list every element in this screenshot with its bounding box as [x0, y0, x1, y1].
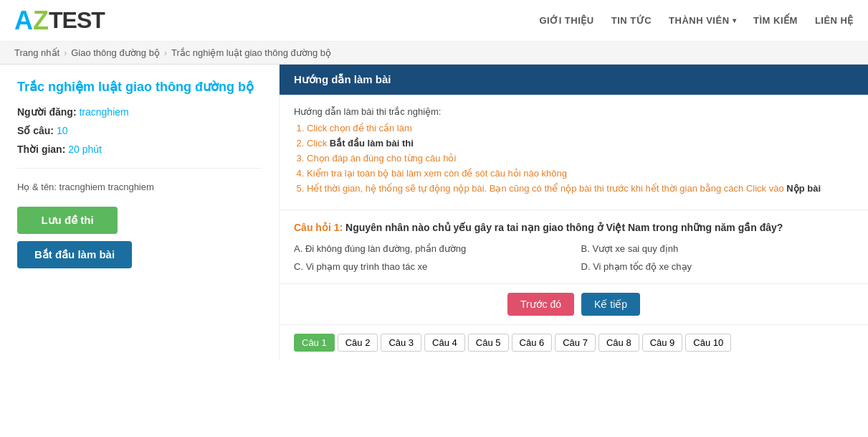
- question-nav-btn-8[interactable]: Câu 8: [598, 334, 639, 352]
- prev-button[interactable]: Trước đó: [507, 293, 574, 316]
- logo-z: Z: [33, 6, 49, 35]
- bat-dau-lam-bai-button[interactable]: Bắt đầu làm bài: [17, 241, 132, 268]
- header: AZ TEST GIỚI THIỆU TIN TỨC THÀNH VIÊN ▾ …: [0, 0, 868, 42]
- question-nav-btn-5[interactable]: Câu 5: [468, 334, 509, 352]
- nguoi-dang-value: tracnghiem: [79, 106, 128, 118]
- guide-step-5: Hết thời gian, hệ thống sẽ tự động nộp b…: [307, 183, 854, 194]
- nav-item-gioi-thieu[interactable]: GIỚI THIỆU: [539, 15, 593, 26]
- question-nav-btn-4[interactable]: Câu 4: [424, 334, 465, 352]
- option-c-text: Vi phạm quy trình thao tác xe: [306, 261, 428, 272]
- question-title: Câu hỏi 1: Nguyên nhân nào chủ yếu gây r…: [294, 222, 854, 233]
- nav-item-tin-tuc[interactable]: TIN TỨC: [611, 15, 652, 26]
- left-panel: Trắc nghiệm luật giao thông đường bộ Ngư…: [0, 65, 280, 360]
- question-nav-btn-1[interactable]: Câu 1: [294, 334, 335, 352]
- breadcrumb-giao-thong[interactable]: Giao thông đường bộ: [71, 47, 160, 58]
- so-cau-row: Số câu: 10: [17, 125, 262, 136]
- guide-step-4: Kiểm tra lại toàn bộ bài làm xem còn đề …: [307, 168, 854, 179]
- question-nav-btn-7[interactable]: Câu 7: [555, 334, 596, 352]
- thoi-gian-label: Thời gian:: [17, 144, 65, 155]
- option-a-key: A.: [294, 243, 305, 254]
- logo[interactable]: AZ TEST: [14, 7, 105, 34]
- question-nav-btn-2[interactable]: Câu 2: [338, 334, 378, 352]
- question-area: Câu hỏi 1: Nguyên nhân nào chủ yếu gây r…: [280, 210, 868, 284]
- option-d[interactable]: D. Vi phạm tốc độ xe chạy: [581, 261, 854, 272]
- logo-a: A: [14, 6, 33, 35]
- main-content: Trắc nghiệm luật giao thông đường bộ Ngư…: [0, 65, 868, 360]
- question-nav: Câu 1Câu 2Câu 3Câu 4Câu 5Câu 6Câu 7Câu 8…: [280, 325, 868, 360]
- guide-intro: Hướng dẫn làm bài thi trắc nghiệm:: [294, 106, 854, 117]
- option-b-key: B.: [581, 243, 593, 254]
- options-grid: A. Đi không đúng làn đường, phần đường B…: [294, 243, 854, 272]
- nav-item-tim-kiem[interactable]: TÌM KIẾM: [753, 15, 798, 26]
- next-button[interactable]: Kế tiếp: [581, 293, 640, 316]
- so-cau-label: Số câu:: [17, 125, 54, 136]
- logo-test: TEST: [49, 7, 105, 34]
- guide-title: Hướng dẫn làm bài: [280, 65, 868, 95]
- guide-content: Hướng dẫn làm bài thi trắc nghiệm: Click…: [280, 95, 868, 210]
- guide-step-1: Click chọn đề thi cần làm: [307, 123, 854, 133]
- option-a-text: Đi không đúng làn đường, phần đường: [305, 243, 466, 254]
- breadcrumb-trac-nghiem[interactable]: Trắc nghiệm luật giao thông đường bộ: [171, 47, 331, 58]
- question-nav-btn-9[interactable]: Câu 9: [642, 334, 683, 352]
- option-b-text: Vượt xe sai quy định: [592, 243, 678, 254]
- guide-step-2: Click Bắt đầu làm bài thi: [307, 138, 854, 149]
- user-row: Họ & tên: tracnghiem tracnghiem: [17, 182, 262, 192]
- luu-de-thi-button[interactable]: Lưu đề thi: [17, 207, 118, 234]
- left-title: Trắc nghiệm luật giao thông đường bộ: [17, 79, 262, 95]
- breadcrumb: Trang nhất › Giao thông đường bộ › Trắc …: [0, 42, 868, 65]
- so-cau-value: 10: [57, 125, 68, 136]
- breadcrumb-sep-2: ›: [164, 48, 167, 58]
- option-c-key: C.: [294, 261, 306, 272]
- question-number: Câu hỏi 1:: [294, 222, 343, 233]
- thoi-gian-row: Thời gian: 20 phút: [17, 144, 262, 155]
- divider-1: [17, 168, 262, 169]
- question-nav-btn-3[interactable]: Câu 3: [381, 334, 421, 352]
- question-nav-btn-6[interactable]: Câu 6: [512, 334, 553, 352]
- question-nav-btn-10[interactable]: Câu 10: [685, 334, 731, 352]
- option-c[interactable]: C. Vi phạm quy trình thao tác xe: [294, 261, 567, 272]
- option-d-text: Vi phạm tốc độ xe chạy: [593, 261, 692, 272]
- breadcrumb-sep-1: ›: [64, 48, 67, 58]
- guide-steps: Click chọn đề thi cần làm Click Bắt đầu …: [294, 123, 854, 194]
- option-d-key: D.: [581, 261, 593, 272]
- thoi-gian-value: 20 phút: [68, 144, 102, 155]
- guide-step-3: Chọn đáp án đúng cho từng câu hỏi: [307, 153, 854, 164]
- option-b[interactable]: B. Vượt xe sai quy định: [581, 243, 854, 254]
- nguoi-dang-row: Người đăng: tracnghiem: [17, 106, 262, 118]
- right-panel: Hướng dẫn làm bài Hướng dẫn làm bài thi …: [280, 65, 868, 360]
- chevron-down-icon: ▾: [733, 17, 737, 24]
- nav-item-thanh-vien[interactable]: THÀNH VIÊN ▾: [669, 15, 736, 26]
- main-nav: GIỚI THIỆU TIN TỨC THÀNH VIÊN ▾ TÌM KIẾM…: [539, 15, 854, 26]
- nav-buttons: Trước đó Kế tiếp: [280, 284, 868, 325]
- nguoi-dang-label: Người đăng:: [17, 106, 77, 118]
- option-a[interactable]: A. Đi không đúng làn đường, phần đường: [294, 243, 567, 254]
- ho-ten-value: tracnghiem tracnghiem: [59, 182, 154, 192]
- ho-ten-label: Họ & tên:: [17, 182, 57, 192]
- nav-item-lien-he[interactable]: LIÊN HỆ: [815, 15, 854, 26]
- breadcrumb-trang-nhat[interactable]: Trang nhất: [14, 47, 59, 58]
